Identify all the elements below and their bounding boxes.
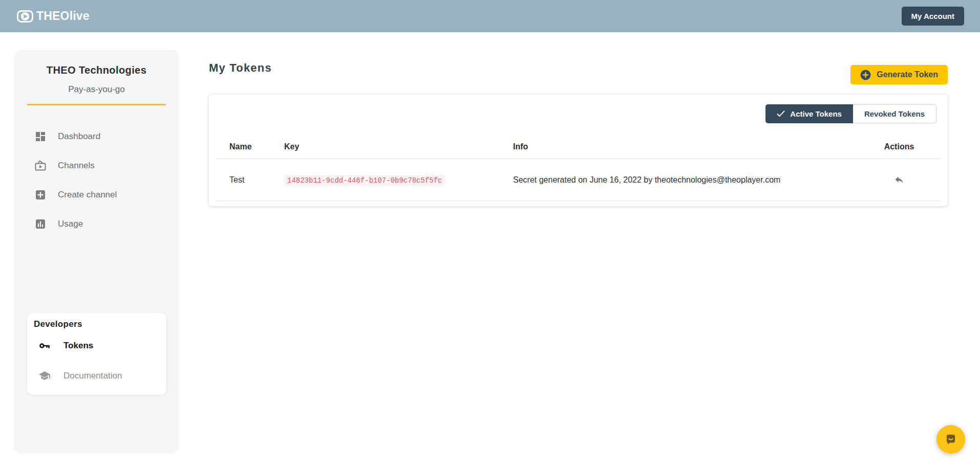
tokens-card: Active Tokens Revoked Tokens Name Key In… (209, 95, 948, 206)
dashboard-icon (34, 130, 47, 143)
revoke-token-button[interactable] (893, 173, 905, 186)
generate-token-button[interactable]: Generate Token (850, 65, 948, 84)
brand-text: THEOlive (36, 9, 90, 23)
sidebar-item-usage[interactable]: Usage (15, 209, 178, 238)
sidebar-nav: Dashboard Channels (15, 122, 178, 238)
token-name: Test (229, 175, 284, 185)
token-info: Secret generated on June 16, 2022 by the… (513, 175, 871, 185)
tab-active-tokens[interactable]: Active Tokens (765, 104, 853, 123)
sidebar-item-label: Documentation (63, 371, 122, 381)
plus-circle-icon (860, 70, 871, 80)
key-icon (38, 340, 51, 352)
org-plan: Pay-as-you-go (15, 84, 178, 95)
tokens-table: Name Key Info Actions Test 14823b11-9cdd… (216, 135, 941, 201)
main-content: My Tokens Generate Token Active To (209, 32, 948, 468)
table-header-row: Name Key Info Actions (216, 135, 941, 159)
token-tabs: Active Tokens Revoked Tokens (765, 104, 936, 123)
sidebar-item-label: Channels (58, 161, 95, 171)
table-row: Test 14823b11-9cdd-446f-b107-0b9c78c5f5f… (216, 159, 941, 201)
add-box-icon (34, 189, 47, 201)
tab-revoked-tokens[interactable]: Revoked Tokens (853, 104, 936, 123)
column-header-key: Key (284, 142, 513, 151)
token-key[interactable]: 14823b11-9cdd-446f-b107-0b9c78c5f5fc (284, 175, 445, 186)
sidebar-item-channels[interactable]: Channels (15, 151, 178, 180)
page-title: My Tokens (209, 61, 272, 75)
org-name: THEO Technologies (15, 64, 178, 76)
check-icon (777, 110, 785, 117)
theolive-logo-icon (17, 10, 33, 23)
sidebar-item-documentation[interactable]: Documentation (27, 362, 166, 390)
top-header: THEOlive My Account (0, 0, 980, 32)
chat-bubble-icon (943, 432, 958, 447)
developers-title: Developers (27, 319, 166, 329)
sidebar-item-label: Tokens (63, 341, 93, 351)
sidebar-item-create-channel[interactable]: Create channel (15, 180, 178, 209)
sidebar: THEO Technologies Pay-as-you-go Dashboar… (15, 50, 178, 452)
app-screen: THEOlive My Account THEO Technologies Pa… (0, 0, 980, 468)
chat-launcher-button[interactable] (936, 425, 965, 454)
sidebar-item-label: Usage (58, 219, 83, 229)
school-icon (38, 370, 51, 382)
revoke-arrow-icon (894, 174, 904, 185)
column-header-info: Info (513, 142, 871, 151)
sidebar-item-label: Create channel (58, 190, 117, 200)
column-header-name: Name (229, 142, 284, 151)
theolive-brand[interactable]: THEOlive (17, 9, 90, 23)
sidebar-item-tokens[interactable]: Tokens (27, 332, 166, 360)
column-header-actions: Actions (871, 142, 927, 151)
generate-token-label: Generate Token (877, 70, 938, 79)
live-tv-icon (34, 160, 47, 172)
developers-card: Developers Tokens Documentation (27, 313, 166, 395)
my-account-button[interactable]: My Account (902, 7, 964, 26)
sidebar-item-dashboard[interactable]: Dashboard (15, 122, 178, 151)
sidebar-item-label: Dashboard (58, 131, 100, 142)
bar-chart-icon (34, 218, 47, 230)
tab-label: Active Tokens (790, 109, 842, 118)
sidebar-accent-divider (27, 104, 166, 105)
tab-label: Revoked Tokens (864, 109, 925, 118)
